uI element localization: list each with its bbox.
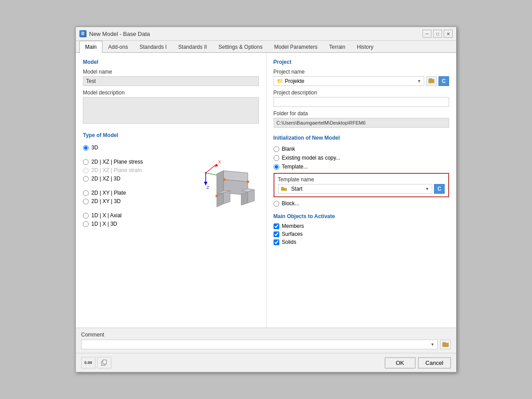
project-description-label: Project description [274, 90, 450, 96]
radio-1d-x-axial[interactable]: 1D | X | Axial [83, 212, 143, 219]
project-action-button[interactable]: C [438, 76, 449, 86]
svg-marker-7 [204, 182, 207, 185]
comment-browse-button[interactable] [440, 340, 451, 349]
comment-row: ▼ [81, 340, 451, 349]
tab-bar: Main Add-ons Standards I Standards II Se… [76, 41, 456, 53]
window-controls: ─ □ ✕ [422, 30, 453, 38]
radio-2d-xz-plane-stress[interactable]: 2D | XZ | Plane stress [83, 159, 143, 165]
svg-point-19 [223, 178, 226, 181]
window-title: New Model - Base Data [89, 31, 422, 37]
chevron-down-icon: ▼ [417, 79, 421, 83]
model-3d-illustration: X Y Z [179, 146, 259, 219]
template-chevron-icon: ▼ [425, 187, 429, 191]
svg-rect-23 [103, 360, 106, 364]
svg-point-18 [205, 172, 207, 174]
action-left: 0.00 [81, 357, 111, 368]
left-panel: Model Model name Model description Type … [76, 53, 266, 328]
radio-template[interactable]: Template... [274, 162, 450, 171]
project-browse-button[interactable] [426, 76, 437, 86]
radio-existing-copy[interactable]: Existing model as copy... [274, 153, 450, 162]
tab-terrain[interactable]: Terrain [323, 41, 351, 53]
tab-standards2[interactable]: Standards II [172, 41, 213, 53]
project-section: Project Project name 📁Projekte ▼ C Proje… [274, 59, 450, 128]
svg-line-0 [206, 164, 217, 173]
radio-3d[interactable]: 3D [83, 145, 143, 151]
radio-blank[interactable]: Blank [274, 145, 450, 153]
project-section-title: Project [274, 59, 450, 65]
action-bar: 0.00 OK Cancel [76, 353, 456, 372]
model-name-input[interactable] [83, 76, 259, 86]
folder-path: C:\Users\BaumgaertelM\Desktop\RFEM6 [274, 118, 450, 128]
model-section: Model Model name Model description [83, 59, 259, 125]
template-name-dropdown[interactable]: Start ▼ [278, 184, 433, 194]
tab-modelparams[interactable]: Model Parameters [268, 41, 323, 53]
model-description-label: Model description [83, 90, 259, 96]
type-section: Type of Model 3D 2D | XZ | Plane stress [83, 132, 259, 227]
tab-history[interactable]: History [351, 41, 379, 53]
svg-point-21 [246, 180, 249, 183]
minimize-button[interactable]: ─ [422, 30, 431, 38]
main-content: Model Model name Model description Type … [76, 53, 456, 328]
close-button[interactable]: ✕ [444, 30, 453, 38]
maximize-button[interactable]: □ [433, 30, 442, 38]
folder-open-icon [442, 342, 449, 347]
main-objects-section: Main Objects to Activate Members Surface… [274, 213, 450, 245]
init-section-title: Initialization of New Model [274, 135, 450, 141]
project-name-label: Project name [274, 69, 450, 75]
svg-point-20 [215, 195, 218, 197]
comment-label: Comment [81, 332, 451, 338]
template-refresh-button[interactable]: C [434, 184, 445, 194]
svg-text:Z: Z [207, 185, 209, 190]
model-name-label: Model name [83, 69, 259, 75]
main-window: R New Model - Base Data ─ □ ✕ Main Add-o… [75, 27, 457, 372]
model-type-group: 3D 2D | XZ | Plane stress 2D | XZ | Plan… [83, 145, 143, 227]
template-name-row: Start ▼ C [278, 184, 445, 194]
comment-bar: Comment ▼ [76, 328, 456, 353]
ok-button[interactable]: OK [385, 357, 415, 368]
radio-2d-xz-3d[interactable]: 2D | XZ | 3D [83, 176, 143, 182]
radio-2d-xz-plane-strain: 2D | XZ | Plane strain [83, 167, 143, 173]
main-objects-group: Members Surfaces Solids [274, 223, 450, 245]
tab-settings[interactable]: Settings & Options [213, 41, 268, 53]
project-name-row: 📁Projekte ▼ C [274, 76, 450, 86]
model-section-title: Model [83, 59, 259, 65]
project-description-input[interactable] [274, 97, 450, 107]
decimal-display-button[interactable]: 0.00 [81, 357, 95, 368]
radio-block[interactable]: Block... [274, 199, 450, 208]
action-right: OK Cancel [385, 357, 451, 368]
cancel-button[interactable]: Cancel [418, 357, 451, 368]
comment-dropdown[interactable]: ▼ [81, 340, 438, 349]
template-folder-icon [281, 186, 289, 192]
tab-main[interactable]: Main [79, 41, 102, 53]
template-name-box: Template name Start ▼ C [274, 173, 450, 197]
checkbox-surfaces[interactable]: Surfaces [274, 231, 450, 237]
title-bar: R New Model - Base Data ─ □ ✕ [76, 27, 456, 41]
comment-chevron-icon: ▼ [430, 342, 434, 347]
svg-marker-15 [241, 192, 248, 205]
folder-icon: 📁 [277, 78, 283, 84]
template-name-label: Template name [278, 176, 445, 183]
radio-1d-x-3d[interactable]: 1D | X | 3D [83, 221, 143, 227]
checkbox-members[interactable]: Members [274, 223, 450, 229]
app-icon: R [79, 30, 86, 37]
type-section-title: Type of Model [83, 132, 259, 138]
tab-standards1[interactable]: Standards I [134, 41, 172, 53]
radio-2d-xy-plate[interactable]: 2D | XY | Plate [83, 190, 143, 196]
svg-text:X: X [218, 160, 221, 164]
main-objects-title: Main Objects to Activate [274, 213, 450, 219]
init-section: Initialization of New Model Blank Existi… [274, 135, 450, 245]
tab-addons[interactable]: Add-ons [102, 41, 134, 53]
checkbox-solids[interactable]: Solids [274, 239, 450, 245]
right-panel: Project Project name 📁Projekte ▼ C Proje… [266, 53, 457, 328]
folder-label: Folder for data [274, 110, 450, 117]
radio-2d-xy-3d[interactable]: 2D | XY | 3D [83, 198, 143, 204]
project-name-dropdown[interactable]: 📁Projekte ▼ [274, 76, 425, 86]
model-description-input[interactable] [83, 97, 259, 124]
copy-icon [101, 360, 107, 366]
copy-button[interactable] [97, 357, 111, 368]
